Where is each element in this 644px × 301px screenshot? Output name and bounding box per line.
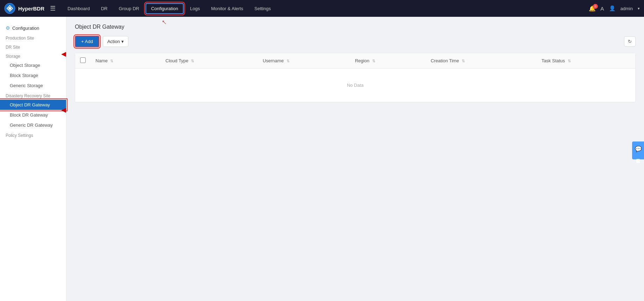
col-creation-label: Creation Time (431, 58, 459, 63)
sidebar-group-dr-site[interactable]: DR Site (0, 42, 66, 51)
nav-monitor-alerts[interactable]: Monitor & Alerts (206, 4, 248, 13)
logo[interactable]: HyperBDR (4, 3, 44, 14)
data-table-container: Name ⇅ Cloud Type ⇅ Username ⇅ Region (75, 53, 636, 103)
refresh-button[interactable]: ↻ (624, 36, 636, 47)
support-button[interactable]: 💬 在线客服 (632, 141, 644, 159)
col-taskstatus-label: Task Status (542, 58, 565, 63)
col-cloudtype-label: Cloud Type (165, 58, 189, 63)
user-icon[interactable]: 👤 (609, 5, 616, 12)
nav-configuration[interactable]: Configuration (146, 3, 184, 14)
table-header-region[interactable]: Region ⇅ (350, 53, 426, 69)
sidebar-group-policy-settings[interactable]: Policy Settings (0, 130, 66, 139)
nav-right: 🔔 0 A 👤 admin ▾ (589, 5, 640, 12)
gear-icon: ⚙ (6, 25, 10, 31)
table-header-cloud-type[interactable]: Cloud Type ⇅ (161, 53, 258, 69)
main-content: Object DR Gateway + Add Action ▾ ↻ (66, 17, 644, 301)
col-username-label: Username (263, 58, 284, 63)
sidebar-item-generic-storage[interactable]: Generic Storage (0, 80, 66, 91)
table-header-name[interactable]: Name ⇅ (91, 53, 161, 69)
hamburger-icon[interactable]: ☰ (50, 5, 56, 12)
nav-group-dr[interactable]: Group DR (114, 4, 144, 13)
sidebar-section-configuration[interactable]: ⚙ Configuration (0, 22, 66, 33)
app-name: HyperBDR (18, 6, 44, 12)
sidebar-group-storage[interactable]: Storage (0, 51, 66, 60)
table-empty-row: No Data (75, 69, 635, 102)
annotation-arrow-object-dr: ◀ (61, 106, 66, 114)
bell-button[interactable]: 🔔 0 (589, 5, 596, 12)
toolbar-right: ↻ (624, 36, 636, 47)
layout: ⚙ Configuration Production Site DR Site … (0, 17, 644, 301)
sidebar: ⚙ Configuration Production Site DR Site … (0, 17, 66, 301)
table-header-checkbox (75, 53, 91, 69)
sidebar-item-object-dr-gateway[interactable]: Object DR Gateway (0, 100, 66, 110)
svg-point-1 (8, 7, 11, 10)
col-region-sort-icon[interactable]: ⇅ (372, 59, 375, 63)
col-region-label: Region (355, 58, 369, 63)
toolbar: + Add Action ▾ ↻ (75, 36, 636, 47)
col-creation-sort-icon[interactable]: ⇅ (462, 59, 465, 63)
table-header-task-status[interactable]: Task Status ⇅ (537, 53, 635, 69)
col-username-sort-icon[interactable]: ⇅ (286, 59, 290, 63)
action-button[interactable]: Action ▾ (103, 36, 128, 47)
page-title: Object DR Gateway (75, 24, 636, 30)
notification-badge: 0 (593, 4, 598, 9)
sidebar-item-block-dr-gateway[interactable]: Block DR Gateway (0, 110, 66, 120)
col-cloudtype-sort-icon[interactable]: ⇅ (191, 59, 194, 63)
action-chevron-icon: ▾ (121, 39, 124, 44)
nav-items: Dashboard DR Group DR Configuration Logs… (63, 3, 589, 14)
col-name-sort-icon[interactable]: ⇅ (110, 59, 113, 63)
sidebar-group-dr-site-recovery[interactable]: Disastery Recovery Site (0, 91, 66, 100)
action-label: Action (107, 39, 120, 44)
col-name-label: Name (95, 58, 108, 63)
admin-chevron[interactable]: ▾ (638, 6, 640, 11)
sidebar-item-generic-dr-gateway[interactable]: Generic DR Gateway (0, 120, 66, 130)
sidebar-group-production-site[interactable]: Production Site (0, 33, 66, 42)
support-icon: 💬 (635, 146, 641, 153)
nav-settings[interactable]: Settings (249, 4, 276, 13)
select-all-checkbox[interactable] (80, 57, 86, 63)
nav-dr[interactable]: DR (96, 4, 113, 13)
col-taskstatus-sort-icon[interactable]: ⇅ (568, 59, 571, 63)
translate-icon[interactable]: A (601, 6, 604, 12)
top-navigation: HyperBDR ☰ Dashboard DR Group DR Configu… (0, 0, 644, 17)
data-table: Name ⇅ Cloud Type ⇅ Username ⇅ Region (75, 53, 635, 102)
sidebar-item-block-storage[interactable]: Block Storage (0, 70, 66, 80)
nav-logs[interactable]: Logs (185, 4, 205, 13)
table-header-creation-time[interactable]: Creation Time ⇅ (426, 53, 537, 69)
table-header-username[interactable]: Username ⇅ (258, 53, 350, 69)
nav-dashboard[interactable]: Dashboard (63, 4, 95, 13)
admin-label[interactable]: admin (621, 6, 633, 11)
logo-icon (4, 3, 15, 14)
sidebar-item-object-storage[interactable]: Object Storage (0, 60, 66, 70)
annotation-arrow-production: ◀ (61, 50, 66, 58)
add-button[interactable]: + Add (75, 36, 99, 47)
sidebar-section-label: Configuration (12, 26, 39, 31)
table-header-row: Name ⇅ Cloud Type ⇅ Username ⇅ Region (75, 53, 635, 69)
no-data-cell: No Data (75, 69, 635, 102)
